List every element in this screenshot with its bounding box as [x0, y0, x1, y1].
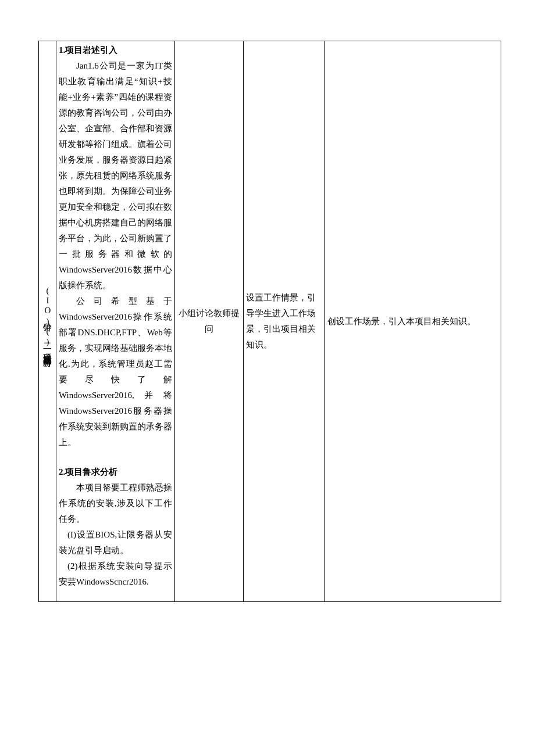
page: (IO分钟)(二)项目描述与项目分析 1.项目岩述引入 Jan1.6公司是一家为… — [0, 0, 535, 756]
method-text: 小组讨论教师提问 — [179, 309, 240, 334]
content-heading-2: 2.项目鲁求分析 — [59, 464, 172, 480]
content-para-4: (I)设置BIOS,让限务器从安装光盘引导启动。 — [59, 527, 172, 558]
cell-intent: 创设工作场景，引入本项目相关知识。 — [325, 41, 501, 602]
lesson-table: (IO分钟)(二)项目描述与项目分析 1.项目岩述引入 Jan1.6公司是一家为… — [38, 41, 501, 602]
cell-activity: 设置工作情景，引导学生进入工作场景，引出项目相关知识。 — [244, 41, 325, 602]
cell-method: 小组讨论教师提问 — [175, 41, 244, 602]
content-para-1: Jan1.6公司是一家为IT类职业教育输出满足“知识+技能+业务+素养”四雄的课… — [59, 58, 172, 293]
section-title-text: (IO分钟)(二)项目描述与项目分析 — [41, 286, 54, 352]
cell-section-title: (IO分钟)(二)项目描述与项目分析 — [39, 41, 56, 602]
content-para-5: (2)根据系统安装向导提示安芸WindowsScncr2016. — [59, 558, 172, 590]
content-heading-1: 1.项目岩述引入 — [59, 42, 172, 58]
content-para-2: 公司希型基于WindowsServer2016操作系统部署DNS.DHCP,FT… — [59, 293, 172, 450]
table-row: (IO分钟)(二)项目描述与项目分析 1.项目岩述引入 Jan1.6公司是一家为… — [39, 41, 501, 602]
activity-text: 设置工作情景，引导学生进入工作场景，引出项目相关知识。 — [246, 293, 316, 349]
content-para-3: 本项目帑要工程师熟悉操作系统的安装,涉及以下工作任务。 — [59, 480, 172, 527]
blank-line — [59, 450, 172, 464]
cell-content: 1.项目岩述引入 Jan1.6公司是一家为IT类职业教育输出满足“知识+技能+业… — [56, 41, 175, 602]
content-block: 1.项目岩述引入 Jan1.6公司是一家为IT类职业教育输出满足“知识+技能+业… — [59, 42, 172, 600]
intent-text: 创设工作场景，引入本项目相关知识。 — [327, 317, 476, 326]
